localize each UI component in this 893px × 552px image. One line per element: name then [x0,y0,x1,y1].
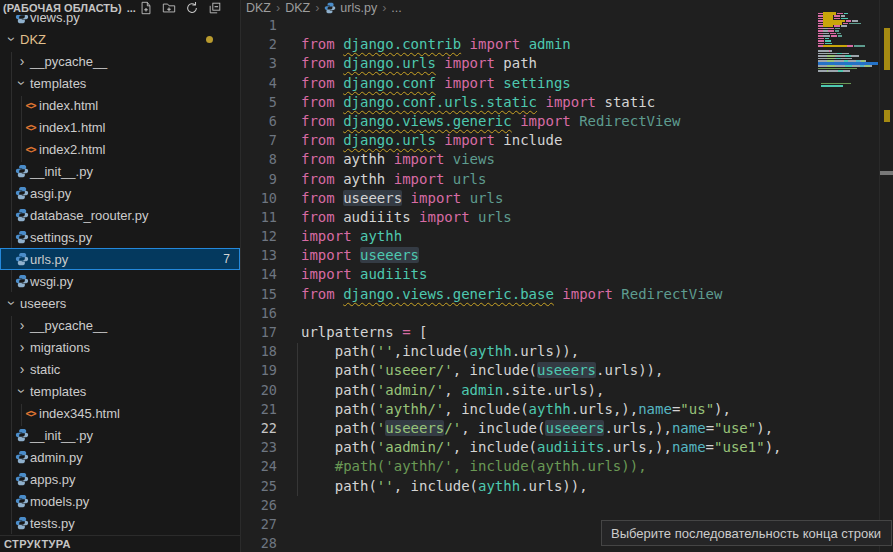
tree-item-DKZ[interactable]: ›DKZ [0,28,240,50]
breadcrumb-separator-icon: › [276,1,280,15]
python-file-icon [13,208,30,222]
tree-item-label: __init__.py [30,164,93,179]
code-text: from django.conf.urls.static import stat… [301,93,655,112]
code-line-1[interactable]: 1 [241,16,817,35]
ruler-mark [884,110,890,122]
code-line-7[interactable]: 7from django.urls import include [241,131,817,150]
code-text: import audiiits [301,265,427,284]
breadcrumb-item[interactable]: ... [391,1,401,15]
code-lines[interactable]: 12from django.contrib import admin3from … [241,16,817,552]
tree-item-index.html[interactable]: <>index.html [0,94,240,116]
code-line-21[interactable]: 21 path('aythh/', include(aythh.urls,),n… [241,400,817,419]
tree-item-label: index2.html [39,142,105,157]
tree-item-label: __pycache__ [30,54,107,69]
breadcrumb-item[interactable]: DKZ [246,1,271,15]
python-file-icon [13,164,30,178]
code-line-9[interactable]: 9from aythh import urls [241,170,817,189]
code-text: urlpatterns = [ [301,323,427,342]
chevron-right-icon: › [14,340,30,354]
code-line-20[interactable]: 20 path('admin/', admin.site.urls), [241,381,817,400]
code-text: from aythh import views [301,150,495,169]
tree-item-urls.py[interactable]: urls.py7 [0,248,240,270]
code-text: path('',include(aythh.urls)), [301,342,579,361]
tree-item-label: index1.html [39,120,105,135]
code-line-19[interactable]: 19 path('useeer/', include(useeers.urls)… [241,361,817,380]
tree-item-templates[interactable]: ›templates [0,380,240,402]
new-folder-icon[interactable] [162,1,176,15]
code-line-17[interactable]: 17urlpatterns = [ [241,323,817,342]
code-line-15[interactable]: 15from django.views.generic.base import … [241,285,817,304]
more-actions-button[interactable]: ... [127,2,136,14]
tree-item-label: __init__.py [30,428,93,443]
line-number: 25 [241,477,277,496]
code-line-10[interactable]: 10from useeers import urls [241,189,817,208]
tree-item-label: wsgi.py [30,274,73,289]
line-number: 17 [241,323,277,342]
python-file-icon [13,516,30,530]
tree-item-wsgi.py[interactable]: wsgi.py [0,270,240,292]
tree-item-admin.py[interactable]: admin.py [0,446,240,468]
tree-item-label: settings.py [30,230,92,245]
statusbar-tooltip: Выберите последовательность конца строки [601,520,892,546]
code-line-5[interactable]: 5from django.conf.urls.static import sta… [241,93,817,112]
code-line-2[interactable]: 2from django.contrib import admin [241,35,817,54]
code-line-4[interactable]: 4from django.conf import settings [241,74,817,93]
tree-item-database_roouter.py[interactable]: database_roouter.py [0,204,240,226]
tree-item-useeers[interactable]: ›useeers [0,292,240,314]
breadcrumb-item[interactable]: urls.py [324,1,377,15]
explorer-actions [139,0,222,15]
new-file-icon[interactable] [139,1,153,15]
tree-item-tests.py[interactable]: tests.py [0,512,240,534]
code-line-16[interactable]: 16 [241,304,817,323]
python-file-icon [13,472,30,486]
outline-section-header[interactable]: СТРУКТУРА [0,535,240,552]
code-text: import aythh [301,227,402,246]
tree-item-migrations[interactable]: ›migrations [0,336,240,358]
tree-item-label: index.html [39,98,98,113]
tree-item-settings.py[interactable]: settings.py [0,226,240,248]
tree-item-index1.html[interactable]: <>index1.html [0,116,240,138]
code-line-13[interactable]: 13import useeers [241,246,817,265]
refresh-icon[interactable] [185,1,199,15]
tree-item-index345.html[interactable]: <>index345.html [0,402,240,424]
tree-item-static[interactable]: ›static [0,358,240,380]
code-line-6[interactable]: 6from django.views.generic import Redire… [241,112,817,131]
problems-badge: 7 [223,252,230,266]
code-line-25[interactable]: 25 path('', include(aythh.urls)), [241,477,817,496]
code-text: import useeers [301,246,419,265]
tree-item-asgi.py[interactable]: asgi.py [0,182,240,204]
code-line-23[interactable]: 23 path('aadmin/', include(audiiits.urls… [241,438,817,457]
code-line-14[interactable]: 14import audiiits [241,265,817,284]
tree-item-__init__.py[interactable]: __init__.py [0,424,240,446]
line-number: 14 [241,265,277,284]
line-number: 1 [241,16,277,35]
code-line-26[interactable]: 26 [241,496,817,515]
tree-item-__init__.py[interactable]: __init__.py [0,160,240,182]
collapse-all-icon[interactable] [208,1,222,15]
code-line-12[interactable]: 12import aythh [241,227,817,246]
tree-item-models.py[interactable]: models.py [0,490,240,512]
tree-item-index2.html[interactable]: <>index2.html [0,138,240,160]
tree-item-apps.py[interactable]: apps.py [0,468,240,490]
breadcrumb-item[interactable]: DKZ [285,1,310,15]
code-line-3[interactable]: 3from django.urls import path [241,54,817,73]
code-text: path('admin/', admin.site.urls), [301,381,604,400]
tree-item-__pycache__[interactable]: ›__pycache__ [0,50,240,72]
tree-item-templates[interactable]: ›templates [0,72,240,94]
minimap[interactable] [818,0,878,552]
line-number: 24 [241,457,277,476]
tree-item-__pycache__[interactable]: ›__pycache__ [0,314,240,336]
code-line-11[interactable]: 11from audiiits import urls [241,208,817,227]
code-line-24[interactable]: 24 #path('aythh/', include(aythh.urls)), [241,457,817,476]
tree-item-label: templates [30,384,86,399]
html-file-icon: <> [22,144,39,155]
code-text: from django.urls import path [301,54,537,73]
tree-item-label: templates [30,76,86,91]
code-line-8[interactable]: 8from aythh import views [241,150,817,169]
workspace-title: (РАБОЧАЯ ОБЛАСТЬ) [3,2,122,14]
tree-item-label: urls.py [30,252,68,267]
code-line-18[interactable]: 18 path('',include(aythh.urls)), [241,342,817,361]
code-line-22[interactable]: 22 path('useeers/', include(useeers.urls… [241,419,817,438]
line-number: 10 [241,189,277,208]
tree-item-label: index345.html [39,406,120,421]
